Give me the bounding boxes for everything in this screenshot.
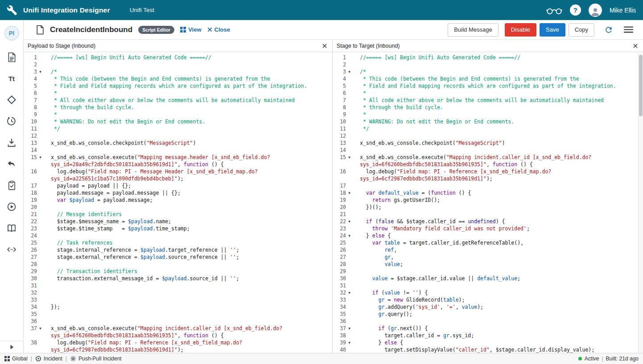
code-line: 8 * through the build cycle.: [24, 104, 332, 111]
line-number: 26: [333, 246, 346, 254]
pane-title: Payload to Stage (Inbound): [28, 43, 321, 49]
code-text: * Field and Field mapping records which …: [353, 82, 643, 90]
statusbar-process[interactable]: Push-Pull Incident: [70, 356, 122, 362]
code-text: stage.internal_reference = $payload.targ…: [44, 246, 332, 254]
code-line: 19 return gs.getUserID();: [333, 196, 643, 204]
close-label: Close: [214, 26, 230, 33]
integration-avatar[interactable]: PI: [4, 26, 19, 41]
statusbar-scope[interactable]: Global: [4, 356, 28, 362]
fold-arrow-icon[interactable]: ▾: [346, 189, 353, 196]
view-grid-icon: [180, 27, 186, 33]
code-editor[interactable]: 1//===== [ws] Begin Unifi Auto Generated…: [333, 52, 643, 353]
scrollbar-track[interactable]: [638, 53, 643, 353]
code-line: 20 })();: [333, 204, 643, 211]
undo-icon[interactable]: [6, 159, 17, 169]
code-line: 34 gr.addQuery('sys_id', '=', value);: [333, 303, 643, 311]
line-number: 19: [333, 196, 346, 204]
code-editor[interactable]: 1//===== [ws] Begin Unifi Auto Generated…: [24, 52, 332, 353]
menu-icon[interactable]: [624, 26, 633, 33]
code-text: * WARNING: Do not edit the Begin or End …: [353, 118, 643, 125]
fold-arrow-icon[interactable]: ▾: [346, 68, 353, 75]
line-number: 27: [24, 254, 37, 261]
user-name[interactable]: Mike Ellis: [610, 7, 636, 14]
pane-header: Payload to Stage (Inbound): [24, 40, 332, 52]
code-line: 15▾x_snd_eb.ws_console.execute("Mapping …: [333, 154, 643, 168]
collapse-rail-button[interactable]: [0, 341, 23, 353]
line-number: 12: [24, 132, 37, 139]
record-title: CreateIncidentInbound: [50, 25, 132, 34]
statusbar-divider: |: [602, 356, 603, 362]
code-line: 11 */: [333, 125, 643, 132]
code-line: 21: [333, 211, 643, 218]
code-text: target.setDisplayValue("caller_id", $sta…: [353, 346, 643, 353]
script-panes: Payload to Stage (Inbound) 1//===== [ws]…: [24, 40, 643, 353]
code-line: 39▾ } else {: [333, 339, 643, 346]
code-line: 14: [333, 147, 643, 154]
code-line: 17: [333, 182, 643, 189]
document-icon[interactable]: [6, 52, 17, 62]
line-number: 13: [24, 139, 37, 147]
code-text: * through the build cycle.: [353, 104, 643, 111]
code-line: 16 log.debug("Field map: PI - Message He…: [24, 168, 332, 182]
line-number: 19: [24, 196, 37, 204]
run-icon[interactable]: [6, 201, 17, 212]
fold-arrow-icon[interactable]: ▾: [346, 154, 353, 161]
user-avatar[interactable]: [589, 4, 602, 17]
fold-arrow-icon[interactable]: ▾: [346, 339, 353, 346]
line-number: 30: [24, 275, 37, 282]
line-number: 24: [24, 232, 37, 239]
glasses-icon[interactable]: [546, 6, 562, 15]
help-icon[interactable]: ?: [570, 4, 581, 16]
build-message-button[interactable]: Build Message: [448, 23, 498, 37]
fold-arrow-icon[interactable]: ▾: [346, 232, 353, 239]
code-text: x_snd_eb.ws_console.execute("Mapping inc…: [353, 154, 643, 168]
close-pane-icon[interactable]: [632, 42, 639, 49]
code-line: 1//===== [ws] Begin Unifi Auto Generated…: [333, 54, 643, 61]
line-number: 15: [24, 154, 37, 161]
code-line: 38 log.debug("Field map: PI - Reference …: [24, 339, 332, 353]
code-line: 13x_snd_eb.ws_console.checkpoint("Messag…: [333, 139, 643, 147]
line-number: 36: [24, 318, 37, 325]
statusbar-table[interactable]: Incident: [35, 356, 62, 362]
text-fields-icon[interactable]: Tt: [6, 73, 17, 84]
code-line: 17 payload = payload || {};: [24, 182, 332, 189]
code-line: 7 * All code either above or below the c…: [333, 97, 643, 104]
line-number: 35: [333, 311, 346, 318]
code-line: 12: [333, 132, 643, 139]
tasks-icon[interactable]: [6, 180, 17, 191]
line-number: 6: [333, 90, 346, 97]
environment-label: Unifi Test: [130, 7, 154, 13]
line-number: 1: [24, 54, 37, 61]
view-link[interactable]: View: [180, 26, 201, 33]
code-text: var $payload = payload.message;: [44, 196, 332, 204]
fold-arrow-icon[interactable]: ▾: [346, 289, 353, 296]
code-text: * All code either above or below the com…: [44, 97, 332, 104]
fold-arrow-icon[interactable]: ▾: [346, 325, 353, 332]
close-link[interactable]: Close: [207, 26, 230, 33]
code-text: target.caller_id = gr.sys_id;: [353, 332, 643, 339]
status-label: Active: [585, 356, 599, 362]
refresh-icon[interactable]: [604, 25, 613, 34]
line-number: 31: [333, 282, 346, 289]
code-line: 11 */: [24, 125, 332, 132]
fold-arrow-icon[interactable]: ▾: [37, 325, 44, 332]
import-icon[interactable]: [6, 137, 17, 148]
line-number: 40: [333, 346, 346, 353]
close-pane-icon[interactable]: [321, 42, 328, 49]
fold-arrow-icon[interactable]: ▾: [346, 218, 353, 225]
fold-arrow-icon[interactable]: ▾: [37, 154, 44, 161]
scrollbar-thumb[interactable]: [639, 55, 643, 116]
code-line: 27 gr,: [333, 254, 643, 261]
history-icon[interactable]: [6, 116, 17, 127]
code-text: log.debug("Field map: PI - Reference [x_…: [353, 168, 643, 182]
code-icon[interactable]: [6, 244, 17, 255]
line-number: 4: [24, 75, 37, 82]
copy-button[interactable]: Copy: [569, 23, 594, 37]
field-map-icon[interactable]: [6, 94, 17, 105]
code-line: 33: [24, 296, 332, 303]
documentation-icon[interactable]: [6, 223, 17, 233]
code-line: 4 * This code (between the Begin and End…: [333, 75, 643, 82]
disable-button[interactable]: Disable: [505, 23, 536, 37]
fold-arrow-icon[interactable]: ▾: [37, 68, 44, 75]
save-button[interactable]: Save: [540, 23, 565, 37]
